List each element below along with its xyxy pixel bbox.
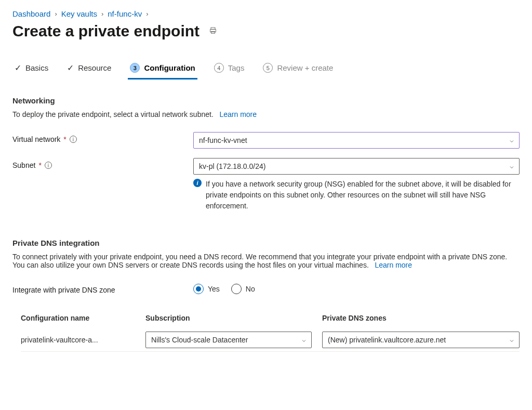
breadcrumb: Dashboard › Key vaults › nf-func-kv › <box>12 9 520 18</box>
dns-table-header: Configuration name Subscription Private … <box>21 310 520 326</box>
dns-table-row: privatelink-vaultcore-a... Nills's Cloud… <box>21 326 520 352</box>
subnet-select[interactable]: kv-pl (172.18.0.0/24) <box>193 158 520 175</box>
info-icon: i <box>193 179 202 187</box>
dns-zone-value: (New) privatelink.vaultcore.azure.net <box>328 336 446 344</box>
chevron-down-icon <box>301 337 306 342</box>
checkmark-icon: ✓ <box>15 63 21 73</box>
section-networking-heading: Networking <box>12 96 520 105</box>
dns-description: To connect privately with your private e… <box>12 253 507 269</box>
checkmark-icon: ✓ <box>67 63 74 73</box>
tab-basics[interactable]: ✓ Basics <box>12 59 50 80</box>
learn-more-networking[interactable]: Learn more <box>219 110 257 118</box>
tab-label: Basics <box>25 63 48 72</box>
radio-yes[interactable]: Yes <box>193 284 220 294</box>
chevron-right-icon: › <box>146 10 148 18</box>
label-subnet: Subnet <box>12 161 35 169</box>
radio-no-label: No <box>246 285 255 293</box>
required-marker: * <box>63 135 66 143</box>
svg-rect-0 <box>211 28 215 29</box>
subnet-hint: i If you have a network security group (… <box>193 179 520 211</box>
tab-resource[interactable]: ✓ Resource <box>65 59 113 80</box>
title-row: Create a private endpoint <box>12 22 520 40</box>
dns-subscription-value: Nills's Cloud-scale Datacenter <box>151 336 248 344</box>
subnet-hint-text: If you have a network security group (NS… <box>206 179 520 211</box>
wizard-tabs: ✓ Basics ✓ Resource 3 Configuration 4 Ta… <box>12 59 520 81</box>
chevron-down-icon <box>509 164 514 169</box>
dns-zone-table: Configuration name Subscription Private … <box>12 310 520 352</box>
networking-description-row: To deploy the private endpoint, select a… <box>12 110 520 118</box>
label-virtual-network: Virtual network <box>12 135 60 143</box>
dns-config-name: privatelink-vaultcore-a... <box>21 336 135 344</box>
row-virtual-network: Virtual network * i nf-func-kv-vnet <box>12 132 520 149</box>
subnet-value: kv-pl (172.18.0.0/24) <box>199 162 265 170</box>
info-icon[interactable]: i <box>45 162 52 169</box>
networking-description: To deploy the private endpoint, select a… <box>12 110 214 118</box>
col-config-name: Configuration name <box>21 314 135 322</box>
required-marker: * <box>38 161 41 169</box>
integrate-dns-radio-group: Yes No <box>193 283 520 294</box>
section-dns-heading: Private DNS integration <box>12 239 520 247</box>
info-icon[interactable]: i <box>70 136 77 143</box>
chevron-right-icon: › <box>55 10 57 18</box>
learn-more-dns[interactable]: Learn more <box>375 261 412 269</box>
label-integrate-dns: Integrate with private DNS zone <box>12 286 115 294</box>
virtual-network-value: nf-func-kv-vnet <box>199 136 247 144</box>
page-title: Create a private endpoint <box>12 22 200 40</box>
col-zones: Private DNS zones <box>322 314 520 322</box>
row-integrate-dns: Integrate with private DNS zone Yes No <box>12 283 520 294</box>
dns-description-row: To connect privately with your private e… <box>12 253 520 269</box>
svg-rect-2 <box>211 31 215 33</box>
dns-zone-select[interactable]: (New) privatelink.vaultcore.azure.net <box>322 332 520 348</box>
radio-yes-label: Yes <box>208 285 220 293</box>
breadcrumb-nf-func-kv[interactable]: nf-func-kv <box>108 9 142 18</box>
tab-tags[interactable]: 4 Tags <box>212 59 247 80</box>
row-subnet: Subnet * i kv-pl (172.18.0.0/24) i If yo… <box>12 158 520 211</box>
step-badge: 3 <box>130 63 140 73</box>
chevron-right-icon: › <box>101 10 103 18</box>
col-subscription: Subscription <box>145 314 312 322</box>
virtual-network-select[interactable]: nf-func-kv-vnet <box>193 132 520 149</box>
radio-circle-icon <box>231 284 242 294</box>
tab-label: Configuration <box>144 63 195 72</box>
step-badge: 5 <box>263 63 273 73</box>
dns-subscription-select[interactable]: Nills's Cloud-scale Datacenter <box>145 332 312 348</box>
chevron-down-icon <box>509 337 514 342</box>
tab-review-create[interactable]: 5 Review + create <box>261 59 335 80</box>
tab-label: Review + create <box>277 63 333 72</box>
radio-circle-icon <box>193 284 204 294</box>
tab-label: Tags <box>228 63 245 72</box>
tab-configuration[interactable]: 3 Configuration <box>128 59 197 80</box>
step-badge: 4 <box>214 63 224 73</box>
breadcrumb-dashboard[interactable]: Dashboard <box>12 9 50 18</box>
breadcrumb-keyvaults[interactable]: Key vaults <box>61 9 97 18</box>
chevron-down-icon <box>509 138 514 143</box>
tab-label: Resource <box>78 63 111 72</box>
radio-no[interactable]: No <box>231 284 255 294</box>
print-icon[interactable] <box>209 27 217 36</box>
